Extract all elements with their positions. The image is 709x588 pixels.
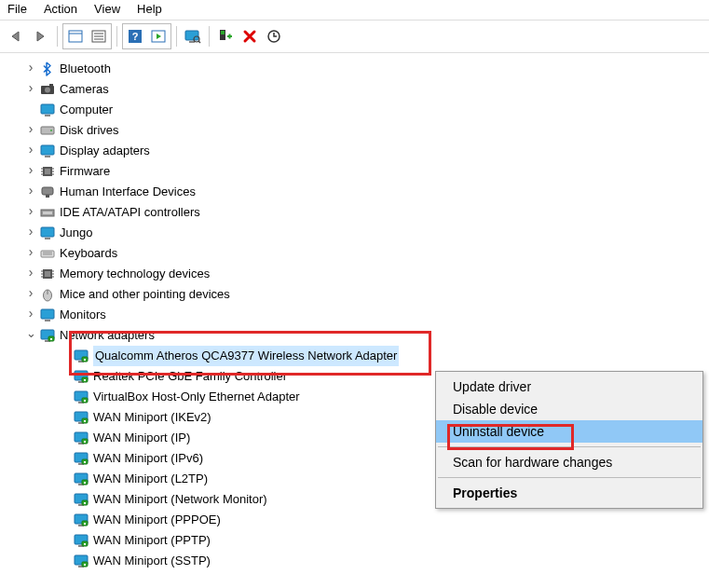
svg-rect-14	[221, 31, 225, 34]
svg-rect-73	[84, 420, 86, 422]
enable-device-button[interactable]	[214, 25, 237, 48]
tree-item[interactable]: Bluetooth	[4, 59, 705, 79]
svg-rect-37	[41, 227, 54, 237]
tree-item-label: Human Interface Devices	[60, 182, 196, 202]
tree-item[interactable]: Human Interface Devices	[4, 182, 705, 202]
tree-item[interactable]: IDE ATA/ATAPI controllers	[4, 202, 705, 223]
tree-item[interactable]: Memory technology devices	[4, 264, 705, 284]
update-driver-button[interactable]	[263, 25, 285, 48]
net-icon	[73, 451, 89, 466]
help-button[interactable]: ?	[124, 25, 146, 48]
chip-icon	[39, 267, 56, 281]
expand-arrow-icon[interactable]	[24, 181, 37, 203]
expand-arrow-icon[interactable]	[24, 222, 37, 244]
help-icon: ?	[128, 29, 143, 44]
menu-action[interactable]: Action	[44, 2, 77, 16]
svg-rect-85	[84, 482, 86, 484]
svg-rect-20	[45, 115, 50, 116]
back-button[interactable]	[6, 25, 28, 48]
scan-hardware-button[interactable]	[182, 25, 204, 48]
show-hide-console-button[interactable]	[64, 25, 87, 48]
svg-rect-43	[45, 271, 50, 277]
tree-item-label: WAN Miniport (SSTP)	[93, 551, 211, 571]
expand-arrow-icon[interactable]	[24, 201, 37, 224]
monitor-icon	[39, 144, 56, 158]
net-icon	[73, 533, 89, 548]
net-icon	[73, 349, 89, 363]
tree-item-label: WAN Miniport (PPTP)	[93, 530, 211, 551]
ctx-update-driver[interactable]: Update driver	[436, 376, 702, 398]
properties-button[interactable]	[88, 25, 110, 48]
tree-item[interactable]: WAN Miniport (SSTP)	[4, 551, 705, 571]
net-icon	[73, 472, 89, 486]
camera-icon	[39, 82, 56, 97]
ctx-scan-hardware[interactable]: Scan for hardware changes	[436, 451, 702, 473]
chip-icon	[39, 164, 56, 179]
ctx-uninstall-device[interactable]: Uninstall device	[436, 420, 702, 443]
keyboard-icon	[39, 246, 56, 261]
forward-button[interactable]	[30, 25, 52, 48]
tree-item[interactable]: Keyboards	[4, 243, 705, 264]
tree-item[interactable]: Firmware	[4, 161, 705, 182]
expand-arrow-icon[interactable]	[24, 304, 37, 326]
tree-item-label: Firmware	[60, 161, 110, 182]
tree-item[interactable]: Network adapters	[4, 325, 705, 346]
expand-arrow-icon[interactable]	[24, 325, 37, 347]
tree-item[interactable]: Mice and other pointing devices	[4, 284, 705, 305]
svg-rect-57	[50, 338, 52, 340]
net-icon	[73, 554, 89, 568]
tree-item-label: WAN Miniport (PPPOE)	[93, 510, 221, 530]
tree-item-label: Disk drives	[60, 120, 119, 141]
svg-rect-53	[45, 320, 50, 321]
tree-item[interactable]: Monitors	[4, 305, 705, 325]
svg-line-12	[198, 41, 200, 43]
tree-item[interactable]: Disk drives	[4, 120, 705, 141]
expand-arrow-icon[interactable]	[24, 119, 37, 142]
net-icon	[73, 492, 89, 507]
hid-icon	[39, 185, 56, 199]
expand-arrow-icon[interactable]	[24, 263, 37, 285]
svg-rect-19	[41, 104, 54, 114]
expand-arrow-icon[interactable]	[24, 160, 37, 183]
svg-rect-65	[84, 379, 86, 381]
svg-rect-38	[45, 238, 50, 239]
svg-point-22	[50, 130, 52, 131]
tree-item-label: Display adapters	[60, 141, 150, 161]
menu-file[interactable]: File	[7, 2, 27, 16]
ctx-disable-device[interactable]: Disable device	[436, 398, 702, 420]
device-plus-icon	[218, 29, 233, 44]
expand-arrow-icon[interactable]	[24, 242, 37, 265]
monitor-scan-icon	[184, 29, 201, 44]
list-icon	[91, 30, 106, 43]
ctx-properties[interactable]: Properties	[436, 482, 702, 504]
menu-view[interactable]: View	[94, 2, 120, 16]
mouse-icon	[39, 287, 56, 302]
tree-item-label: Network adapters	[60, 325, 155, 346]
tree-item[interactable]: Jungo	[4, 223, 705, 243]
uninstall-device-button[interactable]	[239, 25, 261, 48]
svg-rect-81	[84, 461, 86, 463]
tree-item-label: WAN Miniport (IP)	[93, 428, 190, 448]
tree-item[interactable]: WAN Miniport (PPPOE)	[4, 510, 705, 530]
expand-arrow-icon[interactable]	[24, 283, 37, 306]
expand-arrow-icon[interactable]	[24, 78, 37, 101]
tree-item[interactable]: WAN Miniport (PPTP)	[4, 530, 705, 551]
expand-arrow-icon[interactable]	[24, 140, 37, 162]
action-button[interactable]	[147, 25, 170, 48]
menu-help[interactable]: Help	[137, 2, 162, 16]
expand-arrow-icon[interactable]	[24, 58, 37, 80]
tree-item-label: Qualcomm Atheros QCA9377 Wireless Networ…	[93, 346, 399, 366]
tree-item[interactable]: Cameras	[4, 79, 705, 100]
tree-item[interactable]: Computer	[4, 100, 705, 120]
context-menu: Update driver Disable device Uninstall d…	[435, 371, 703, 509]
disk-icon	[39, 123, 56, 138]
tree-item[interactable]: Qualcomm Atheros QCA9377 Wireless Networ…	[4, 346, 705, 366]
tree-item-label: Monitors	[60, 305, 106, 325]
svg-rect-101	[84, 564, 86, 566]
tree-item[interactable]: Display adapters	[4, 141, 705, 161]
svg-rect-9	[185, 31, 198, 40]
svg-rect-33	[42, 187, 53, 195]
tree-item-label: WAN Miniport (L2TP)	[93, 469, 208, 489]
svg-rect-97	[84, 543, 86, 545]
tree-item-label: Realtek PCIe GbE Family Controller	[93, 366, 287, 387]
